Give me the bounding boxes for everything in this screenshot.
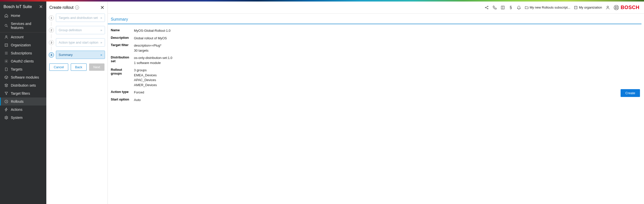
sidebar-header: Bosch IoT Suite ✕ (0, 2, 46, 12)
user-menu-icon[interactable] (605, 5, 610, 10)
sidebar-item-home[interactable]: Home (0, 12, 46, 20)
step-number: 2 (49, 28, 54, 33)
sidebar-item-actions[interactable]: Actions (0, 106, 46, 114)
sidebar-item-oauth2[interactable]: OAuth2 clients (0, 57, 46, 65)
sidebar-item-label: Subscriptions (11, 51, 32, 55)
sidebar-item-target-filters[interactable]: Target filters (0, 89, 46, 97)
svg-point-8 (487, 8, 488, 9)
step-2[interactable]: 2 Group definition » (49, 26, 105, 34)
step-number: 3 (49, 40, 54, 45)
cancel-button[interactable]: Cancel (49, 63, 68, 71)
bosch-wordmark: BOSCH (621, 5, 639, 10)
sidebar-item-label: Actions (11, 108, 22, 112)
chevron-right-icon: » (100, 53, 102, 57)
divider (0, 32, 46, 32)
field-label: Description (111, 36, 134, 41)
sidebar-item-label: System (11, 116, 23, 120)
sidebar-item-label: Software modules (11, 75, 39, 79)
chevron-right-icon: » (100, 28, 102, 32)
search-icon (4, 24, 8, 28)
subscription-selector[interactable]: My new Rollouts subscript... (525, 6, 570, 10)
sidebar-item-rollouts[interactable]: Rollouts (0, 97, 46, 106)
sidebar-item-targets[interactable]: Targets (0, 65, 46, 73)
info-icon[interactable]: i (75, 6, 79, 10)
app-title: Bosch IoT Suite (4, 5, 32, 9)
field-name: Name MyOS-Global-Rollout-1.0 (111, 28, 641, 33)
wizard-panel: Create rollout i ✕ 1 Targets and distrib… (46, 2, 108, 204)
field-value: os-only-distribution-set:1.0 (134, 55, 172, 60)
field-value: 3 groups (134, 68, 157, 73)
field-label: Target filter (111, 43, 134, 53)
organization-selector[interactable]: My organization (574, 6, 602, 10)
wizard-steps: 1 Targets and distribution set » 2 Group… (49, 14, 105, 59)
svg-point-7 (487, 6, 488, 7)
topbar: § My new Rollouts subscript... My organi… (108, 2, 644, 14)
back-button[interactable]: Back (71, 63, 87, 71)
legal-icon[interactable]: § (509, 5, 513, 10)
create-button[interactable]: Create (621, 89, 640, 97)
sidebar-item-distribution-sets[interactable]: Distribution sets (0, 81, 46, 89)
step-connector (51, 34, 51, 38)
sidebar-item-organization[interactable]: Organization (0, 41, 46, 49)
step-button[interactable]: Action type and start option » (56, 38, 105, 47)
svg-point-12 (614, 5, 619, 10)
sidebar-item-label: Distribution sets (11, 83, 36, 87)
close-wizard-icon[interactable]: ✕ (100, 5, 104, 10)
step-button[interactable]: Summary » (56, 51, 105, 59)
sidebar-item-services[interactable]: Services and features (0, 20, 46, 32)
field-rollout-groups: Rollout groups 3 groups EMEA_Devices APA… (111, 68, 641, 87)
filter-icon (4, 91, 8, 95)
book-icon[interactable] (500, 5, 505, 10)
share-icon[interactable] (484, 5, 489, 10)
chevron-right-icon: » (100, 41, 102, 44)
step-label: Group definition (59, 28, 82, 32)
field-distribution-set: Distribution set os-only-distribution-se… (111, 55, 641, 65)
svg-rect-2 (5, 44, 8, 47)
step-connector (51, 47, 51, 51)
sidebar-item-label: Services and features (11, 22, 43, 30)
sidebar-item-label: Target filters (11, 91, 30, 95)
step-connector (51, 22, 51, 26)
field-subvalue: 30 targets (134, 48, 161, 53)
field-value: description==Plug* (134, 43, 161, 48)
field-value: MyOS-Global-Rollout-1.0 (134, 28, 170, 33)
step-3[interactable]: 3 Action type and start option » (49, 38, 105, 47)
step-1[interactable]: 1 Targets and distribution set » (49, 14, 105, 22)
sidebar: Bosch IoT Suite ✕ Home Services and feat… (0, 2, 46, 204)
building-icon (4, 43, 8, 47)
sidebar-item-account[interactable]: Account (0, 33, 46, 41)
phone-icon[interactable] (492, 5, 497, 10)
step-number: 1 (49, 15, 54, 20)
step-4[interactable]: 4 Summary » (49, 51, 105, 59)
field-label: Rollout groups (111, 68, 134, 87)
bell-icon[interactable] (517, 5, 521, 10)
home-icon (4, 14, 8, 18)
sidebar-item-system[interactable]: System (0, 114, 46, 122)
field-action-type: Action type Forced (111, 90, 641, 95)
field-description: Description Global rollout of MyOS (111, 36, 641, 41)
content-panel: § My new Rollouts subscript... My organi… (108, 2, 644, 204)
group-item: AMER_Devices (134, 83, 157, 88)
organization-name: My organization (579, 6, 602, 9)
field-label: Name (111, 28, 134, 33)
close-sidebar-icon[interactable]: ✕ (39, 5, 43, 9)
folder-icon (525, 6, 529, 10)
sidebar-item-software-modules[interactable]: Software modules (0, 73, 46, 81)
field-start-option: Start option Auto (111, 97, 641, 103)
summary-header: Summary (108, 14, 641, 24)
sidebar-item-subscriptions[interactable]: Subscriptions (0, 49, 46, 57)
sidebar-item-label: Account (11, 35, 24, 39)
gear-icon (4, 59, 8, 63)
svg-point-1 (6, 36, 7, 37)
svg-point-0 (5, 24, 7, 26)
next-button: Next (89, 63, 104, 71)
field-value: Global rollout of MyOS (134, 36, 167, 41)
sidebar-item-label: Targets (11, 67, 22, 71)
wizard-title-text: Create rollout (49, 5, 74, 10)
svg-point-5 (6, 117, 7, 118)
sidebar-item-label: Home (11, 14, 20, 18)
sidebar-item-label: Rollouts (11, 99, 24, 104)
step-button[interactable]: Targets and distribution set » (56, 14, 105, 22)
step-button[interactable]: Group definition » (56, 26, 105, 34)
summary-title: Summary (111, 17, 638, 22)
